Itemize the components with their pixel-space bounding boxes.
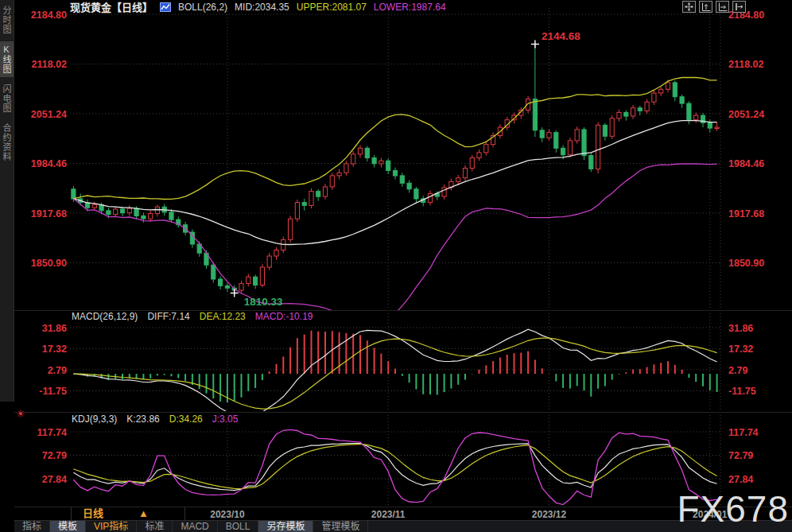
macd-panel-header: MACD(26,12,9) DIFF:7.14 DEA:12.23 MACD:-… (72, 311, 313, 322)
toolbar-button-standard[interactable]: 标准 (137, 521, 173, 532)
kdj-layer (73, 429, 716, 504)
macd-layer (73, 329, 716, 416)
svg-text:1984.46: 1984.46 (31, 158, 67, 169)
toolbar-button-templates[interactable]: 模板 (50, 521, 86, 532)
svg-text:1917.68: 1917.68 (728, 208, 764, 219)
bottom-toolbar: 指标 模板 VIP指标 标准 MACD BOLL 另存模板 管理模板 (14, 520, 792, 532)
kdj-k-readout: K:23.86 (126, 414, 159, 425)
crosshair-icon[interactable] (682, 1, 696, 13)
svg-text:2118.02: 2118.02 (728, 59, 764, 70)
svg-text:2118.02: 2118.02 (32, 59, 68, 70)
sidebar-item-kline-chart[interactable]: K线图 (0, 41, 14, 77)
toolbar-button-indicators[interactable]: 指标 (14, 521, 50, 532)
svg-text:17.32: 17.32 (42, 344, 67, 355)
annotation-layer: 2144.681810.33 (231, 30, 580, 308)
sidebar-item-time-chart[interactable]: 分时图 (0, 2, 14, 37)
toolbar-button-save-template[interactable]: 另存模板 (258, 521, 313, 532)
macd-value-readout: MACD:-10.19 (255, 311, 313, 322)
svg-text:1917.68: 1917.68 (31, 208, 67, 219)
toolbar-button-manage-templates[interactable]: 管理模板 (313, 521, 368, 532)
svg-text:1850.90: 1850.90 (31, 258, 67, 269)
macd-diff-readout: DIFF:7.14 (147, 311, 189, 322)
kdj-d-readout: D:34.26 (169, 414, 203, 425)
grid-layer (70, 8, 720, 506)
svg-text:2023/11: 2023/11 (371, 509, 406, 520)
chart-header: 现货黄金【日线】 BOLL(26,2) MID:2034.35 UPPER:20… (14, 0, 792, 14)
indicator-sun-icon[interactable]: ☀ (16, 408, 25, 420)
svg-text:2023/10: 2023/10 (210, 509, 245, 520)
boll-lower-readout: LOWER:1987.64 (374, 2, 446, 13)
svg-text:2.79: 2.79 (48, 365, 67, 376)
pan-right-icon[interactable] (732, 1, 746, 13)
svg-text:2.79: 2.79 (728, 365, 747, 376)
zoom-axis-right-icon[interactable] (716, 1, 729, 13)
trading-app-window: 分时图 K线图 闪电图 合约资料 2184.802184.802118.0221… (0, 0, 792, 532)
watermark: FX678 (677, 491, 789, 527)
svg-text:2051.24: 2051.24 (31, 109, 67, 120)
boll-upper-readout: UPPER:2081.07 (297, 2, 367, 13)
line-chart-icon (160, 2, 171, 12)
panel-divider (14, 412, 792, 413)
sidebar-item-flash-chart[interactable]: 闪电图 (0, 81, 14, 116)
svg-text:72.79: 72.79 (42, 450, 67, 461)
chart-type-sidebar: 分时图 K线图 闪电图 合约资料 (0, 0, 14, 402)
svg-text:17.32: 17.32 (728, 344, 753, 355)
macd-params-label: MACD(26,12,9) (72, 311, 138, 322)
zoom-axis-up-icon[interactable] (699, 1, 712, 13)
instrument-title: 现货黄金【日线】 (70, 0, 153, 14)
svg-text:27.84: 27.84 (728, 474, 753, 485)
toolbar-button-boll[interactable]: BOLL (218, 521, 259, 532)
toolbar-button-macd[interactable]: MACD (173, 521, 217, 532)
timeframe-label: 日线 (83, 508, 103, 519)
candles-layer (72, 45, 719, 324)
chart-tool-buttons (682, 1, 746, 13)
svg-text:1810.33: 1810.33 (244, 296, 283, 308)
svg-text:1850.90: 1850.90 (728, 258, 764, 269)
chart-canvas[interactable]: 2184.802184.802118.022118.022051.242051.… (0, 0, 792, 522)
macd-dea-readout: DEA:12.23 (200, 311, 246, 322)
svg-text:2144.68: 2144.68 (542, 30, 580, 42)
kdj-j-readout: J:3.05 (212, 414, 239, 425)
timeframe-selector[interactable]: 日线 ▲ (71, 507, 185, 520)
svg-text:2023/12: 2023/12 (532, 509, 567, 520)
svg-text:-11.75: -11.75 (728, 386, 756, 397)
svg-text:1984.46: 1984.46 (728, 158, 764, 169)
sidebar-item-contract-info[interactable]: 合约资料 (0, 120, 14, 165)
toolbar-button-vip-indicators[interactable]: VIP指标 (86, 521, 137, 532)
timeframe-arrow-icon: ▲ (138, 508, 149, 519)
svg-text:-11.75: -11.75 (39, 386, 67, 397)
kdj-params-label: KDJ(9,3,3) (72, 414, 117, 425)
svg-text:117.74: 117.74 (728, 427, 759, 438)
kdj-panel-header: KDJ(9,3,3) K:23.86 D:34.26 J:3.05 (72, 414, 238, 425)
boll-mid-readout: MID:2034.35 (235, 2, 289, 13)
svg-text:117.74: 117.74 (37, 427, 67, 438)
svg-text:31.86: 31.86 (42, 323, 67, 334)
svg-text:2051.24: 2051.24 (728, 109, 764, 120)
month-tick-labels: 2023/102023/112023/122024/01 (210, 509, 728, 520)
svg-text:31.86: 31.86 (728, 323, 753, 334)
boll-indicator-label: BOLL(26,2) (178, 2, 227, 13)
svg-text:27.84: 27.84 (42, 474, 67, 485)
svg-text:72.79: 72.79 (728, 450, 753, 461)
